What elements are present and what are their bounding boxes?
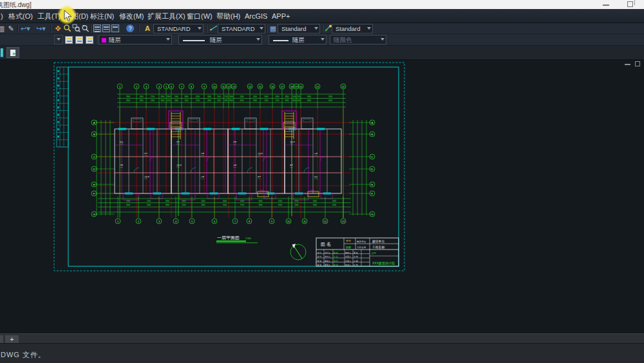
clipped-icon[interactable]: ▥ xyxy=(0,24,6,33)
color-swatch xyxy=(102,38,106,43)
svg-text:13: 13 xyxy=(342,220,345,223)
menu-item-6[interactable]: 扩展工具(X) xyxy=(147,9,185,23)
chevron-down-icon[interactable] xyxy=(260,27,263,30)
svg-text:校 对: 校 对 xyxy=(317,255,322,258)
svg-text:4200: 4200 xyxy=(328,99,332,102)
chevron-down-icon[interactable] xyxy=(367,27,371,30)
zoom-realtime-icon[interactable] xyxy=(62,24,71,33)
mleader-style-combo[interactable]: Standard xyxy=(332,24,373,34)
title-bar[interactable]: 筑图纸.dwg] xyxy=(0,0,644,9)
svg-text:16: 16 xyxy=(271,85,274,88)
chevron-down-icon[interactable] xyxy=(198,27,202,30)
svg-text:1500: 1500 xyxy=(278,200,282,202)
svg-text:1500: 1500 xyxy=(140,95,144,98)
svg-text:4: 4 xyxy=(158,85,160,88)
window-title: 筑图纸.dwg] xyxy=(0,1,32,9)
lineweight-combo[interactable]: 随层 xyxy=(269,35,327,44)
command-line[interactable]: DWG 文件。 xyxy=(0,343,644,363)
designcenter-icon[interactable] xyxy=(102,25,110,32)
clipped-tab-icon[interactable]: ▐ xyxy=(0,48,5,57)
svg-text:卫生间: 卫生间 xyxy=(260,190,265,191)
make-layer-current-icon[interactable] xyxy=(65,36,73,44)
layer-combo-clipped[interactable] xyxy=(54,35,63,44)
svg-text:3900: 3900 xyxy=(259,204,263,206)
pan-icon[interactable]: ✥ xyxy=(53,24,62,33)
menu-item-8[interactable]: 帮助(H) xyxy=(216,9,240,23)
svg-text:设计人: 设计人 xyxy=(325,251,330,254)
menu-item-10[interactable]: APP+ xyxy=(272,9,290,23)
color-combo[interactable]: 随层 xyxy=(99,35,172,44)
match-properties-icon[interactable]: ✎ xyxy=(6,24,15,33)
chevron-down-icon[interactable] xyxy=(321,38,325,41)
svg-text:审 定: 审 定 xyxy=(317,264,322,266)
help-icon[interactable]: ? xyxy=(126,25,134,32)
drawing-tab-button[interactable] xyxy=(6,47,19,58)
svg-text:审定人: 审定人 xyxy=(325,264,330,266)
svg-text:2700: 2700 xyxy=(151,95,155,98)
svg-text:卧室: 卧室 xyxy=(314,175,318,178)
zoom-previous-icon[interactable] xyxy=(80,24,90,33)
svg-text:2400: 2400 xyxy=(202,200,205,202)
svg-text:12: 12 xyxy=(227,85,231,88)
menu-item-9[interactable]: ArcGIS xyxy=(245,9,267,23)
svg-text:8.4㎡: 8.4㎡ xyxy=(258,178,261,179)
svg-text:8: 8 xyxy=(249,220,251,223)
minimize-icon[interactable] xyxy=(603,5,609,6)
menu-item-5[interactable]: 修改(M) xyxy=(119,9,144,23)
mdi-restore-icon[interactable] xyxy=(635,61,640,66)
svg-text:3300: 3300 xyxy=(126,95,130,98)
redo-icon[interactable]: ↪▾ xyxy=(36,24,45,33)
chevron-down-icon[interactable] xyxy=(57,38,61,41)
svg-text:4200: 4200 xyxy=(332,204,336,206)
svg-text:卫生间: 卫生间 xyxy=(290,141,295,143)
drawing-canvas[interactable]: 1234567891011121314151617181920212233003… xyxy=(0,60,644,333)
text-style-combo[interactable]: STANDARD xyxy=(153,24,204,34)
toolbar-properties: 随层 随层 随层 随颜色 xyxy=(0,34,644,46)
svg-text:9: 9 xyxy=(204,85,205,88)
svg-text:1500: 1500 xyxy=(223,204,227,206)
linetype-combo[interactable]: 随层 xyxy=(178,35,262,44)
toolpalette-icon[interactable] xyxy=(111,25,119,32)
svg-text:6.2㎡: 6.2㎡ xyxy=(201,155,204,156)
mdi-minimize-icon[interactable] xyxy=(625,64,630,65)
menu-item-0[interactable]: ) xyxy=(1,9,3,23)
svg-text:2700: 2700 xyxy=(295,200,299,202)
svg-text:2700: 2700 xyxy=(147,200,151,202)
svg-text:3600: 3600 xyxy=(166,204,169,206)
svg-text:21: 21 xyxy=(316,85,319,88)
separator xyxy=(50,25,51,33)
menu-item-7[interactable]: 窗口(W) xyxy=(187,9,213,23)
layer-previous-icon[interactable] xyxy=(75,36,83,44)
restore-icon[interactable] xyxy=(627,1,633,7)
svg-text:3300: 3300 xyxy=(285,95,289,98)
dim-style-combo[interactable]: STANDARD xyxy=(218,24,265,34)
table-style-combo[interactable]: Standard xyxy=(278,24,320,34)
svg-text:15: 15 xyxy=(259,85,262,88)
cad-drawing: 1234567891011121314151617181920212233003… xyxy=(0,60,644,333)
menu-item-1[interactable]: 格式(O) xyxy=(8,9,33,23)
table-style-value: Standard xyxy=(281,25,307,33)
undo-icon[interactable]: ↩▾ xyxy=(21,24,30,33)
plot-style-combo[interactable]: 随颜色 xyxy=(330,35,386,44)
svg-text:负责人: 负责人 xyxy=(345,255,351,258)
menu-item-4[interactable]: 标注(N) xyxy=(90,9,114,23)
svg-text:3300: 3300 xyxy=(202,204,205,206)
chevron-down-icon[interactable] xyxy=(166,38,170,41)
properties-palette-icon[interactable] xyxy=(93,25,101,32)
svg-text:餐厅: 餐厅 xyxy=(258,175,261,178)
chevron-down-icon[interactable] xyxy=(256,38,260,41)
separator xyxy=(17,25,18,33)
svg-text:建设单位: 建设单位 xyxy=(372,239,384,244)
separator xyxy=(267,25,267,33)
svg-text:E: E xyxy=(372,183,374,186)
svg-text:1500: 1500 xyxy=(265,99,269,102)
mleader-style-value: Standard xyxy=(336,25,361,33)
chevron-down-icon[interactable] xyxy=(381,38,384,41)
layer-states-icon[interactable] xyxy=(86,36,93,44)
zoom-window-icon[interactable] xyxy=(71,24,80,33)
svg-text:1800: 1800 xyxy=(167,95,171,98)
svg-text:8: 8 xyxy=(191,85,193,88)
svg-text:4200: 4200 xyxy=(240,99,244,102)
svg-text:7: 7 xyxy=(181,85,183,88)
chevron-down-icon[interactable] xyxy=(314,27,318,30)
